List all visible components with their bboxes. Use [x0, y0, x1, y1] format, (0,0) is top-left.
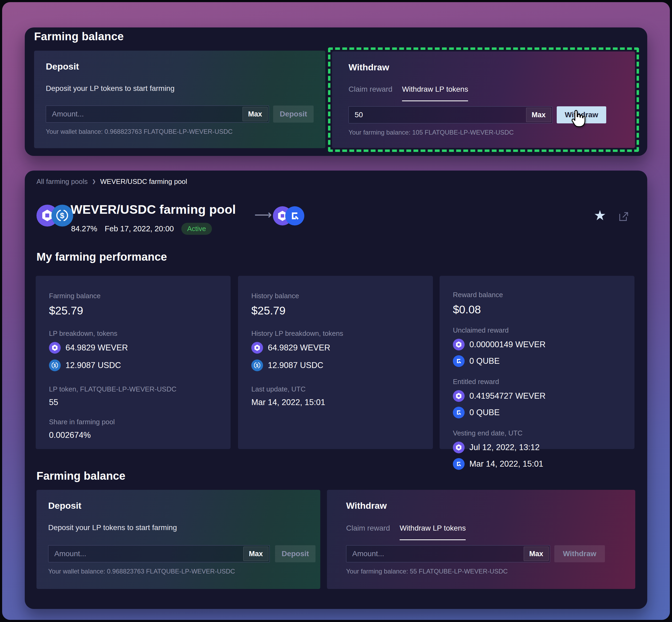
deposit-amount-input[interactable] [46, 106, 269, 123]
deposit-description: Deposit your LP tokens to start farming [48, 523, 177, 532]
withdraw-amount-input[interactable] [348, 106, 553, 124]
lp-breakdown-label: LP breakdown, tokens [49, 330, 217, 338]
token-row: 0 QUBE [453, 355, 621, 367]
token-amount: 0 QUBE [470, 356, 500, 366]
favorite-star-icon[interactable]: ★ [594, 208, 606, 222]
withdraw-title: Withdraw [348, 62, 389, 72]
pool-subtitle: 84.27% Feb 17, 2022, 20:00 Active [71, 223, 212, 235]
breadcrumb: All farming pools ❯ WEVER/USDC farming p… [36, 177, 187, 186]
farming-pool-panel: All farming pools ❯ WEVER/USDC farming p… [25, 171, 647, 609]
qube-token-icon [453, 458, 464, 470]
withdraw-farming-balance: Your farming balance: 55 FLATQUBE-LP-WEV… [346, 567, 508, 575]
lp-token-label: LP token, FLATQUBE-LP-WEVER-USDC [49, 385, 217, 393]
chevron-right-icon: ❯ [92, 178, 96, 184]
last-update-label: Last update, UTC [251, 385, 420, 393]
deposit-submit-button[interactable]: Deposit [273, 106, 314, 123]
pool-title: WEVER/USDC farming pool [71, 202, 236, 217]
pool-start-date: Feb 17, 2022, 20:00 [105, 224, 174, 233]
token-row: 64.9829 WEVER [251, 342, 420, 354]
vesting-row: Mar 14, 2022, 15:01 [453, 458, 621, 470]
entitled-label: Entitled reward [453, 378, 621, 386]
app-screen: Farming balance Deposit Deposit your LP … [0, 0, 672, 622]
tab-claim-reward[interactable]: Claim reward [348, 85, 393, 94]
withdraw-highlight-outline: Withdraw Claim reward Withdraw LP tokens… [328, 47, 639, 152]
usdc-token-icon: $ [51, 205, 73, 227]
deposit-title: Deposit [46, 61, 79, 72]
token-amount: 0.00000149 WEVER [470, 340, 546, 349]
deposit-amount-field: Max [48, 545, 270, 562]
wever-token-icon [49, 342, 61, 354]
svg-text:$: $ [54, 363, 56, 368]
history-balance-card: History balance $25.79 History LP breakd… [238, 276, 433, 449]
farming-balance-card: Farming balance $25.79 LP breakdown, tok… [36, 276, 231, 449]
wever-token-icon [453, 390, 464, 402]
hand-pointer-cursor [569, 107, 588, 132]
tab-claim-reward[interactable]: Claim reward [346, 524, 390, 532]
tab-withdraw-lp-tokens[interactable]: Withdraw LP tokens [402, 85, 468, 101]
vesting-label: Vesting end date, UTC [453, 429, 621, 437]
deposit-submit-button[interactable]: Deposit [275, 545, 315, 562]
token-row: 0.41954727 WEVER [453, 390, 621, 402]
token-amount: 0.41954727 WEVER [470, 391, 546, 401]
farming-balance-label: Farming balance [49, 292, 217, 300]
status-badge: Active [181, 223, 212, 235]
share-value: 0.002674% [49, 430, 217, 440]
deposit-wallet-balance: Your wallet balance: 0.968823763 FLATQUB… [46, 128, 233, 135]
withdraw-card-bottom: Withdraw Claim reward Withdraw LP tokens… [327, 490, 635, 589]
token-row: $ 12.9087 USDC [251, 359, 420, 371]
vesting-date: Jul 12, 2022, 13:12 [470, 443, 540, 452]
qube-token-icon [285, 206, 304, 226]
deposit-max-button[interactable]: Max [242, 107, 268, 121]
page-title: Farming balance [34, 30, 124, 43]
deposit-wallet-balance: Your wallet balance: 0.968823763 FLATQUB… [48, 567, 235, 575]
withdraw-amount-field: Max [346, 545, 550, 562]
deposit-amount-field: Max [46, 106, 269, 123]
history-balance-label: History balance [251, 292, 420, 300]
deposit-title: Deposit [48, 500, 81, 511]
withdraw-amount-input[interactable] [346, 545, 550, 562]
deposit-card: Deposit Deposit your LP tokens to start … [34, 50, 325, 148]
breadcrumb-all-pools-link[interactable]: All farming pools [36, 177, 87, 186]
tab-withdraw-lp-tokens[interactable]: Withdraw LP tokens [400, 524, 466, 540]
withdraw-max-button[interactable]: Max [524, 547, 549, 561]
farming-balance-panel-top: Farming balance Deposit Deposit your LP … [25, 28, 647, 156]
deposit-description: Deposit your LP tokens to start farming [46, 84, 175, 93]
token-amount: 0 QUBE [470, 408, 500, 417]
wever-token-icon [251, 342, 263, 354]
svg-text:$: $ [60, 211, 65, 220]
qube-token-icon [453, 407, 464, 418]
token-row: 0 QUBE [453, 407, 621, 418]
withdraw-tabs: Claim reward Withdraw LP tokens [346, 524, 466, 540]
arrow-right-icon: ⟶ [254, 207, 272, 222]
token-amount: 64.9829 WEVER [66, 343, 128, 353]
withdraw-title: Withdraw [346, 500, 387, 511]
withdraw-tabs: Claim reward Withdraw LP tokens [348, 85, 468, 101]
withdraw-amount-field: Max [348, 106, 553, 124]
deposit-max-button[interactable]: Max [244, 547, 268, 561]
token-row: 0.00000149 WEVER [453, 339, 621, 350]
svg-text:$: $ [256, 363, 259, 368]
vesting-row: Jul 12, 2022, 13:12 [453, 442, 621, 453]
usdc-token-icon: $ [251, 359, 263, 371]
token-row: 64.9829 WEVER [49, 342, 217, 354]
deposit-amount-input[interactable] [48, 545, 270, 562]
wever-token-icon [453, 442, 464, 453]
last-update-value: Mar 14, 2022, 15:01 [251, 398, 420, 407]
token-row: $ 12.9087 USDC [49, 359, 217, 371]
wever-token-icon [453, 339, 464, 350]
breadcrumb-current: WEVER/USDC farming pool [100, 177, 187, 186]
vesting-date: Mar 14, 2022, 15:01 [470, 459, 543, 469]
pool-token-pair: $ [36, 205, 73, 227]
token-amount: 12.9087 USDC [268, 360, 324, 370]
lp-token-value: 55 [49, 398, 217, 407]
performance-heading: My farming performance [36, 250, 167, 263]
external-link-icon[interactable] [618, 211, 630, 223]
unclaimed-label: Unclaimed reward [453, 326, 621, 335]
share-label: Share in farming pool [49, 418, 217, 426]
token-amount: 12.9087 USDC [66, 360, 121, 370]
token-amount: 64.9829 WEVER [268, 343, 330, 353]
reward-balance-value: $0.08 [453, 303, 621, 316]
withdraw-submit-button[interactable]: Withdraw [554, 545, 605, 562]
withdraw-max-button[interactable]: Max [526, 108, 551, 122]
farming-balance-value: $25.79 [49, 304, 217, 317]
